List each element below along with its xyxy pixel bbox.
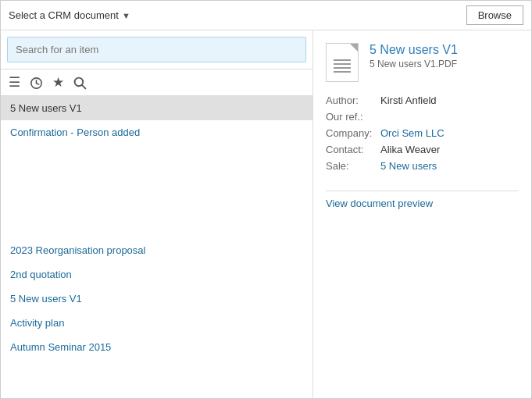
author-value: Kirsti Anfield [380,94,519,106]
our-ref-value [380,111,519,123]
contact-label: Contact: [326,144,380,155]
doc-icon-lines [330,56,354,76]
list-item[interactable]: 2nd quotation [1,262,312,287]
search-icon[interactable] [73,75,87,90]
list-item[interactable]: 2023 Reorganisation proposal [1,238,312,262]
company-label: Company: [326,127,380,139]
clock-icon[interactable] [30,75,43,90]
list-item[interactable]: 5 New users V1 [1,287,312,311]
view-preview-link[interactable]: View document preview [326,198,519,209]
sale-label: Sale: [326,160,380,172]
top-bar: Select a CRM document ▼ Browse [1,1,531,30]
content-area: ☰ ★ 5 New users V1 Confirmation - Person… [1,30,531,398]
browse-button[interactable]: Browse [466,5,523,25]
right-panel: 5 New users V1 5 New users V1.PDF Author… [313,30,531,398]
company-value[interactable]: Orci Sem LLC [380,127,519,139]
document-icon [326,43,359,82]
list-item-selected[interactable]: 5 New users V1 [1,96,312,120]
our-ref-label: Our ref.: [326,111,380,123]
doc-filename: 5 New users V1.PDF [370,59,458,69]
doc-line [334,71,351,73]
list-icon[interactable]: ☰ [9,76,20,89]
list-item[interactable]: Autumn Seminar 2015 [1,335,312,359]
author-label: Author: [326,94,380,106]
svg-line-5 [82,85,85,88]
list-item[interactable]: Activity plan [1,311,312,335]
doc-line [334,67,351,69]
doc-meta: Author: Kirsti Anfield Our ref.: Company… [326,94,519,172]
search-input[interactable] [7,37,306,62]
doc-header: 5 New users V1 5 New users V1.PDF [326,43,519,82]
toolbar: ☰ ★ [1,69,312,96]
list-area: 5 New users V1 Confirmation - Person add… [1,96,312,398]
list-item-notification[interactable]: Confirmation - Person added [1,120,312,144]
doc-line [334,59,351,61]
main-container: Select a CRM document ▼ Browse ☰ ★ [0,0,532,399]
chevron-down-icon[interactable]: ▼ [122,11,130,20]
crm-dropdown-label[interactable]: Select a CRM document [9,9,119,21]
doc-divider [326,191,519,191]
sale-value[interactable]: 5 New users [380,160,519,172]
top-bar-left: Select a CRM document ▼ [9,9,130,21]
search-box [1,30,312,69]
left-panel: ☰ ★ 5 New users V1 Confirmation - Person… [1,30,313,398]
doc-title-text: 5 New users V1 [370,43,458,57]
contact-value: Alika Weaver [380,144,519,155]
star-icon[interactable]: ★ [52,74,64,91]
doc-line [334,63,351,65]
doc-title: 5 New users V1 5 New users V1.PDF [370,43,458,69]
